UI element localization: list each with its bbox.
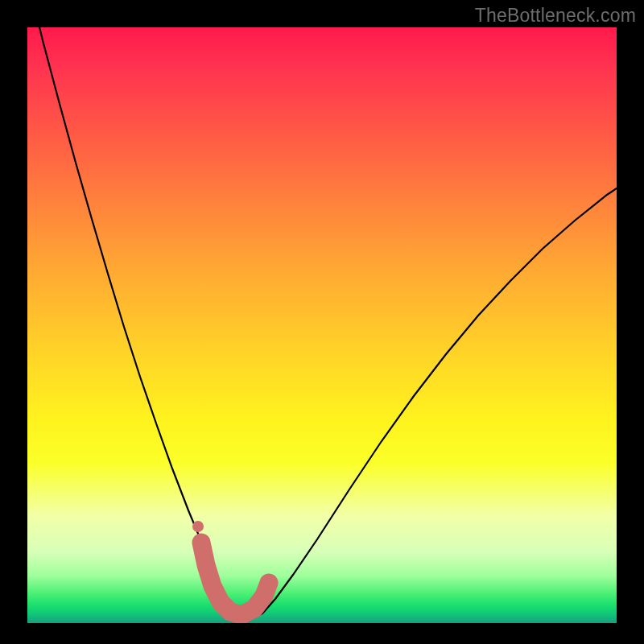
- bottleneck-curve: [27, 27, 617, 619]
- highlight-dot: [192, 521, 204, 532]
- chart-frame: TheBottleneck.com: [0, 0, 644, 644]
- watermark-text: TheBottleneck.com: [475, 5, 636, 27]
- highlight-band: [201, 543, 269, 615]
- plot-area: [27, 27, 617, 623]
- curve-layer: [27, 27, 617, 623]
